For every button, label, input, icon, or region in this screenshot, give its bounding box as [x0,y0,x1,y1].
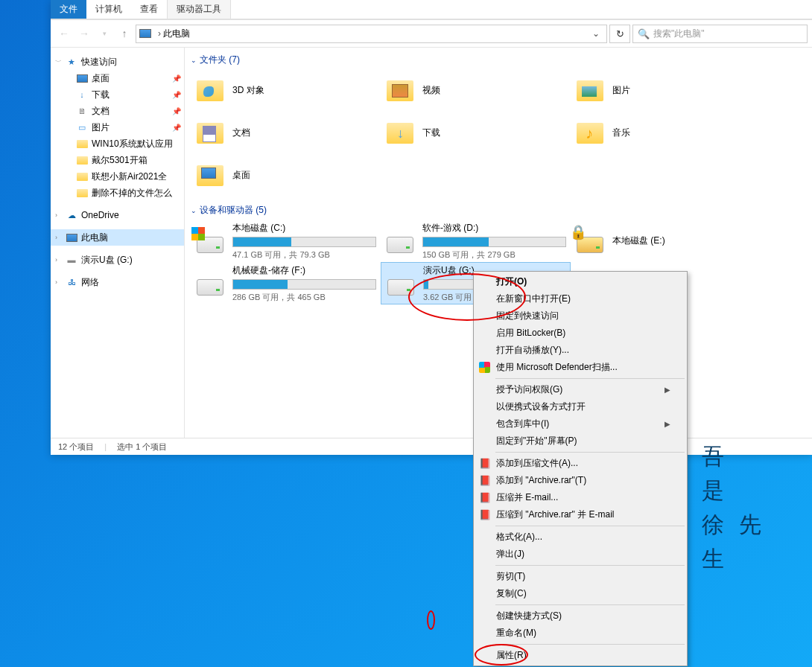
ctx-copy[interactable]: 复制(C) [475,585,685,602]
pc-icon [139,29,151,38]
breadcrumb[interactable]: 此电脑 [163,28,190,40]
nav-tree: ﹀★快速访问 桌面📌 ↓下载📌 🗎文档📌 ▭图片📌 WIN10系统默认应用 戴尔… [51,48,185,438]
file-tab[interactable]: 文件 [51,0,86,19]
annotation-circle-small [427,610,435,630]
drive-e[interactable]: 本地磁盘 (E:) [571,220,761,262]
up-button[interactable]: ↑ [115,25,133,42]
ctx-defender[interactable]: 使用 Microsoft Defender扫描... [475,359,685,376]
rar-icon: 📕 [478,491,492,505]
explorer-window: 文件 计算机 查看 驱动器工具 ← → ▾ ↑ › 此电脑 ⌄ ↻ 🔍 搜索"此… [51,0,812,455]
ctx-format[interactable]: 格式化(A)... [475,529,685,546]
sidebar-quick-access[interactable]: ﹀★快速访问 [51,54,184,70]
ctx-pin-start[interactable]: 固定到"开始"屏幕(P) [475,433,685,450]
drive-c[interactable]: 本地磁盘 (C:)47.1 GB 可用，共 79.3 GB [191,220,381,262]
drive-d[interactable]: 软件-游戏 (D:)150 GB 可用，共 279 GB [381,220,571,262]
sidebar-network[interactable]: ›🖧网络 [51,274,184,290]
forward-button[interactable]: → [75,25,93,42]
sidebar-this-pc[interactable]: ›此电脑 [51,229,184,246]
ctx-properties[interactable]: 属性(R) [475,647,685,664]
folder-3d-objects[interactable]: 3D 对象 [191,69,381,112]
folder-downloads[interactable]: 下载 [381,112,571,154]
sidebar-onedrive[interactable]: ›☁OneDrive [51,207,184,223]
drive-f[interactable]: 机械硬盘-储存 (F:)286 GB 可用，共 465 GB [191,262,381,304]
sidebar-folder-1[interactable]: WIN10系统默认应用 [51,135,184,152]
status-count: 12 个项目 [58,441,94,453]
sidebar-documents[interactable]: 🗎文档📌 [51,103,184,119]
shield-icon [479,362,490,373]
ctx-open-new[interactable]: 在新窗口中打开(E) [475,290,685,307]
rar-icon: 📕 [478,457,492,470]
address-bar[interactable]: › 此电脑 ⌄ [136,25,607,43]
computer-tab[interactable]: 计算机 [86,0,131,19]
addr-dropdown[interactable]: ⌄ [589,28,603,39]
sidebar-folder-4[interactable]: 删除不掉的文件怎么 [51,185,184,201]
ctx-zip-rar-email[interactable]: 📕压缩到 "Archive.rar" 并 E-mail [475,506,685,523]
drives-group-header[interactable]: ⌄设备和驱动器 (5) [185,202,812,218]
sidebar-folder-3[interactable]: 联想小新Air2021全 [51,168,184,185]
view-tab[interactable]: 查看 [131,0,167,19]
search-placeholder: 搜索"此电脑" [653,28,705,40]
ctx-add-rar[interactable]: 📕添加到 "Archive.rar"(T) [475,472,685,489]
rar-icon: 📕 [478,508,492,522]
watermark: 吾 是 徐先生 [702,439,799,576]
ctx-open[interactable]: 打开(O) [475,273,685,290]
sidebar-pictures[interactable]: ▭图片📌 [51,119,184,135]
status-selected: 选中 1 个项目 [117,441,167,453]
nav-bar: ← → ▾ ↑ › 此电脑 ⌄ ↻ 🔍 搜索"此电脑" [51,20,812,48]
history-drop[interactable]: ▾ [95,25,113,42]
context-menu: 打开(O) 在新窗口中打开(E) 固定到快速访问 启用 BitLocker(B)… [473,271,688,666]
sidebar-usb[interactable]: ›▬演示U盘 (G:) [51,252,184,268]
folders-group-header[interactable]: ⌄文件夹 (7) [185,52,812,68]
refresh-button[interactable]: ↻ [609,25,630,43]
ctx-grant[interactable]: 授予访问权限(G)▶ [475,381,685,398]
back-button[interactable]: ← [55,25,73,42]
ribbon-tabs: 文件 计算机 查看 驱动器工具 [51,0,812,19]
drive-tools-tab[interactable]: 驱动器工具 [167,0,231,19]
chevron-icon: › [156,28,163,39]
ctx-eject[interactable]: 弹出(J) [475,546,685,563]
folder-pictures[interactable]: 图片 [571,69,761,112]
ctx-add-archive[interactable]: 📕添加到压缩文件(A)... [475,455,685,472]
ctx-shortcut[interactable]: 创建快捷方式(S) [475,607,685,625]
folder-music[interactable]: 音乐 [571,112,761,154]
ctx-library[interactable]: 包含到库中(I)▶ [475,415,685,433]
rar-icon: 📕 [478,474,492,488]
folder-videos[interactable]: 视频 [381,69,571,112]
search-input[interactable]: 🔍 搜索"此电脑" [632,25,808,43]
ctx-rename[interactable]: 重命名(M) [475,625,685,642]
ctx-portable[interactable]: 以便携式设备方式打开 [475,398,685,415]
sidebar-folder-2[interactable]: 戴尔5301开箱 [51,152,184,168]
status-bar: 12 个项目 | 选中 1 个项目 [51,438,812,455]
folder-desktop[interactable]: 桌面 [191,154,381,197]
sidebar-desktop[interactable]: 桌面📌 [51,70,184,86]
ctx-cut[interactable]: 剪切(T) [475,568,685,585]
ctx-bitlocker[interactable]: 启用 BitLocker(B) [475,325,685,342]
ctx-pin-quick[interactable]: 固定到快速访问 [475,307,685,325]
search-icon: 🔍 [638,28,650,39]
ctx-zip-email[interactable]: 📕压缩并 E-mail... [475,489,685,506]
folder-documents[interactable]: 文档 [191,112,381,154]
ctx-autoplay[interactable]: 打开自动播放(Y)... [475,342,685,359]
sidebar-downloads[interactable]: ↓下载📌 [51,86,184,103]
